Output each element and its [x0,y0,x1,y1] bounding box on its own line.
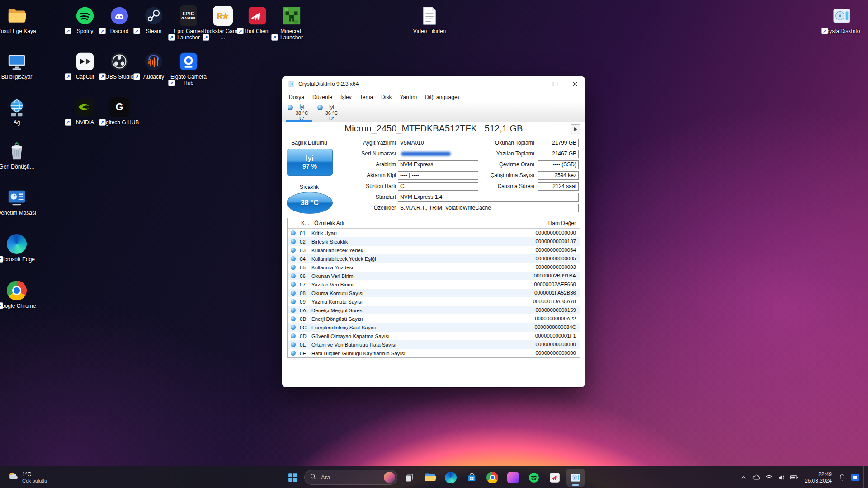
smart-row[interactable]: 0FHata Bilgileri Günlüğü Kayıtlarının Sa… [288,349,580,357]
header-raw-value[interactable]: Ham Değer [512,218,580,228]
desktop-icon-elgato-camera-hub[interactable]: Elgato Camera Hub [168,51,209,86]
drive-status: İyi [329,104,334,110]
smart-table-header: K... Öznitelik Adı Ham Değer [288,218,580,229]
steam-icon [143,5,164,26]
smart-row[interactable]: 09Yazma Komutu Sayısı0000001DAB5A78 [288,297,580,306]
wifi-icon[interactable] [763,469,775,487]
crystaldiskinfo-taskbar-button[interactable] [566,469,585,487]
search-input[interactable] [320,474,381,481]
menu-dil[interactable]: Dil(Language) [421,94,463,100]
menu-yardim[interactable]: Yardım [396,94,421,100]
notification-bell-icon[interactable] [836,469,848,487]
desktop-icon-microsoft-edge[interactable]: Microsoft Edge [0,234,37,263]
taskbar: 1°C Çok bulutlu [0,466,868,488]
header-attribute-name[interactable]: Öznitelik Adı [314,220,512,226]
menu-duzenle[interactable]: Düzenle [308,94,336,100]
desktop-icon-network[interactable]: Ağ [0,97,37,126]
desktop-icon-video-fikirleri[interactable]: Video Fikirleri [409,5,450,34]
smart-row[interactable]: 0DGüvenli Olmayan Kapatma Sayısı00000000… [288,332,580,340]
crystaldiskinfo-window: CrystalDiskInfo 9.2.3 x64 Dosya Düzenle … [282,76,585,387]
weather-widget[interactable]: 1°C Çok bulutlu [4,466,51,488]
minimize-button[interactable] [525,76,545,92]
volume-icon[interactable] [776,469,788,487]
next-disk-button[interactable] [571,124,580,134]
transfer-mode-value: ---- | ---- [398,171,478,180]
microsoft-store-button[interactable] [462,469,481,487]
power-on-count-label: Çalıştırılma Sayısı [480,171,534,180]
chrome-taskbar-button[interactable] [483,469,501,487]
status-ok-icon [291,316,296,321]
spotify-icon [75,5,95,26]
smart-row[interactable]: 0BEnerji Döngüsü Sayısı00000000000A22 [288,314,580,323]
smart-row[interactable]: 03Kullanılabilecek Yedek00000000000064 [288,246,580,254]
status-ok-icon [291,333,296,338]
interface-label: Arabirim [341,160,396,169]
edge-taskbar-button[interactable] [442,469,460,487]
standard-value: NVM Express 1.4 [398,193,579,202]
desktop-icon-recycle-bin[interactable]: Geri Dönüşü... [0,141,37,170]
desktop-icon-minecraft[interactable]: Minecraft Launcher [271,5,312,41]
icon-label: Ağ [0,119,37,126]
obs-icon [109,51,130,72]
close-button[interactable] [565,76,585,92]
folder-icon [6,5,27,26]
pinned-app-button[interactable] [504,469,522,487]
taskbar-search-box[interactable] [304,470,397,485]
icon-label: Yusuf Ege Kaya [0,28,37,34]
spotify-taskbar-button[interactable] [525,469,543,487]
menu-disk[interactable]: Disk [377,94,396,100]
status-ok-icon [291,256,296,261]
window-titlebar[interactable]: CrystalDiskInfo 9.2.3 x64 [282,76,585,92]
smart-row[interactable]: 06Okunan Veri Birimi00000002B991BA [288,272,580,280]
menu-tema[interactable]: Tema [356,94,377,100]
status-ok-icon [291,325,296,330]
icon-label: Bu bilgisayar [0,74,37,80]
desktop-icon-google-chrome[interactable]: Google Chrome [0,280,37,309]
smart-row[interactable]: 01Kritik Uyarı00000000000000 [288,229,580,237]
battery-icon[interactable] [788,469,800,487]
epic-games-icon: EPIC GAMES [178,5,199,26]
smart-row[interactable]: 08Okuma Komutu Sayısı0000001FA52B36 [288,289,580,297]
riot-client-taskbar-button[interactable] [546,469,564,487]
task-view-button[interactable] [400,469,418,487]
menu-dosya[interactable]: Dosya [285,94,308,100]
desktop-icon-logitech-ghub[interactable]: G Logitech G HUB [99,97,140,126]
maximize-button[interactable] [545,76,565,92]
drive-tab-c[interactable]: İyi 38 °C C: [284,103,314,122]
health-status-button[interactable]: İyi 97 % [287,149,333,176]
tray-chevron-up-icon[interactable] [738,469,750,487]
status-ok-icon [291,351,296,356]
onedrive-cloud-icon[interactable] [750,469,762,487]
file-explorer-button[interactable] [421,469,439,487]
chrome-icon [6,280,27,301]
smart-row[interactable]: 0EOrtam ve Veri Bütünlüğü Hata Sayısı000… [288,340,580,349]
status-ok-icon [291,248,296,253]
status-ok-icon [291,291,296,296]
disk-model-title: Micron_2450_MTFDKBA512TFK : 512,1 GB [282,123,585,134]
header-condition[interactable]: K... [288,220,314,226]
show-desktop-strip[interactable] [863,466,866,488]
smart-row[interactable]: 07Yazılan Veri Birimi00000002AEF660 [288,280,580,289]
drive-letter: C: [299,116,304,122]
menu-islev[interactable]: İşlev [336,94,356,100]
tray-clock[interactable]: 22:49 26.03.2024 [801,471,835,484]
desktop-icon-this-pc[interactable]: Bu bilgisayar [0,51,37,80]
start-button[interactable] [283,469,302,487]
smart-attributes-table[interactable]: K... Öznitelik Adı Ham Değer 01Kritik Uy… [287,218,580,358]
desktop-icon-user-folder[interactable]: Yusuf Ege Kaya [0,5,37,34]
smart-row[interactable]: 02Birleşik Sıcaklık00000000000137 [288,237,580,246]
smart-row[interactable]: 04Kullanılabilecek Yedek Eşiği0000000000… [288,254,580,263]
search-highlight-thumbnail[interactable] [384,472,395,483]
smart-row[interactable]: 05Kullanma Yüzdesi00000000000003 [288,263,580,272]
icon-label: Minecraft Launcher [271,28,312,41]
smart-row[interactable]: 0ADenetçi Meşgul Süresi00000000000159 [288,306,580,314]
desktop-icon-control-panel[interactable]: Denetim Masası [0,187,37,216]
desktop-icon-crystaldiskinfo[interactable]: CrystalDiskInfo [821,5,862,34]
smart-row[interactable]: 0CEnerjilendirilmiş Saat Sayısı000000000… [288,323,580,332]
interface-value: NVM Express [398,160,478,169]
notification-badge[interactable] [849,469,861,487]
temperature-button[interactable]: 38 °C [287,192,333,214]
drive-tab-d[interactable]: İyi 36 °C D: [314,103,344,122]
health-percent-text: 97 % [302,163,317,170]
status-ok-icon [291,299,296,304]
